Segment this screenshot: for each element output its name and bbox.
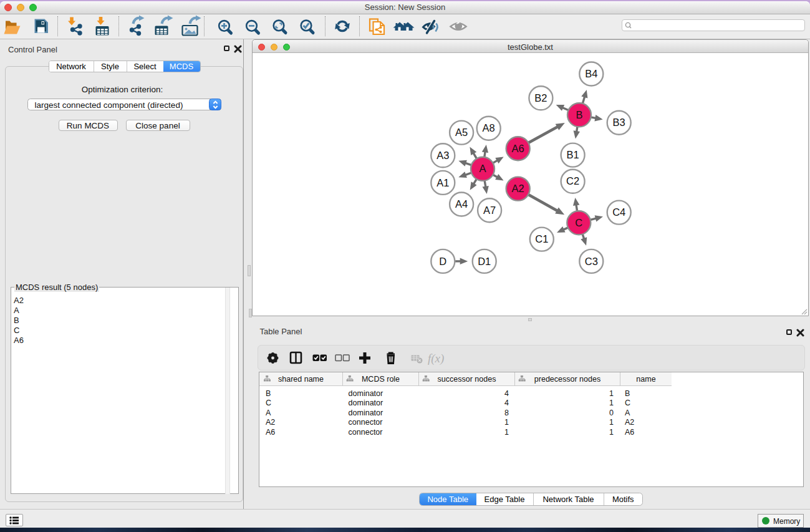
- svg-text:D: D: [439, 256, 446, 267]
- svg-text:D1: D1: [478, 256, 491, 267]
- svg-text:A3: A3: [436, 150, 449, 161]
- svg-text:A7: A7: [483, 205, 496, 216]
- svg-text:C2: C2: [566, 175, 579, 186]
- svg-text:A6: A6: [512, 143, 524, 154]
- svg-text:B1: B1: [567, 149, 579, 160]
- svg-text:B3: B3: [613, 117, 625, 128]
- svg-text:B4: B4: [585, 68, 597, 79]
- svg-text:A4: A4: [455, 198, 468, 210]
- svg-text:C3: C3: [585, 256, 598, 267]
- svg-text:A8: A8: [483, 122, 495, 133]
- svg-text:f(x): f(x): [428, 351, 444, 365]
- svg-text:B2: B2: [534, 92, 547, 104]
- svg-text:C1: C1: [535, 233, 548, 244]
- svg-text:B: B: [576, 109, 582, 120]
- svg-text:A1: A1: [436, 177, 449, 188]
- svg-text:A2: A2: [512, 183, 524, 194]
- svg-text:A5: A5: [455, 127, 468, 138]
- svg-text:C4: C4: [612, 206, 625, 218]
- svg-text:C: C: [575, 217, 582, 228]
- svg-text:A: A: [479, 163, 486, 174]
